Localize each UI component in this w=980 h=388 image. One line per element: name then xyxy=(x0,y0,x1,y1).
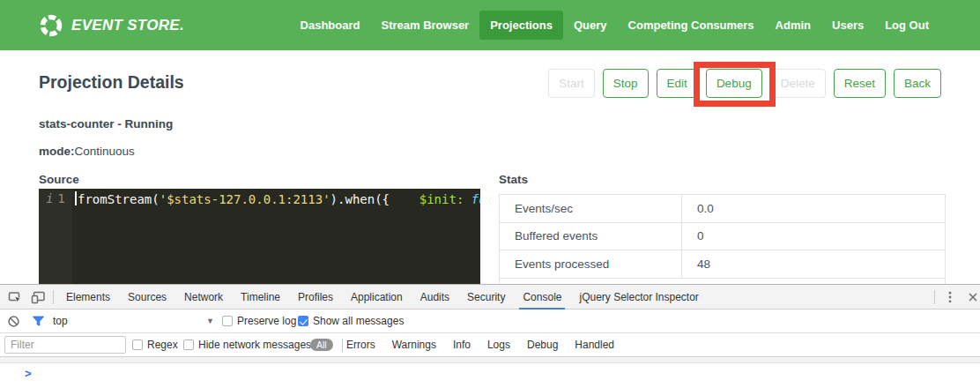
show-all-messages-checkbox[interactable]: Show all messages xyxy=(298,310,404,332)
nav-item-admin[interactable]: Admin xyxy=(765,11,821,40)
mode-value: Continuous xyxy=(75,145,135,158)
clear-console-icon[interactable] xyxy=(7,310,20,332)
console-filter-input[interactable] xyxy=(4,336,126,354)
console-filter-info[interactable]: Info xyxy=(453,339,471,351)
code-segment-string: '$stats-127.0.0.1:2113' xyxy=(160,192,330,206)
tabbar-right-divider xyxy=(934,290,935,304)
reset-button[interactable]: Reset xyxy=(834,69,886,98)
filterbar-divider xyxy=(342,339,343,352)
code-segment-plain xyxy=(390,192,419,206)
eventstore-logo-icon xyxy=(39,13,63,38)
page-title: Projection Details xyxy=(39,72,184,93)
projection-status: stats-counter - Running xyxy=(39,117,173,131)
checkbox-box[interactable] xyxy=(183,340,194,350)
stats-row-events-processed: Events processed48 xyxy=(500,250,945,279)
devtools-tab-application[interactable]: Application xyxy=(342,285,412,309)
regex-checkbox[interactable]: Regex xyxy=(132,333,178,356)
console-filter-logs[interactable]: Logs xyxy=(487,339,510,351)
delete-button: Delete xyxy=(770,69,826,98)
nav-item-competing-consumers[interactable]: Competing Consumers xyxy=(618,11,765,40)
brand[interactable]: EVENT STORE. xyxy=(39,13,184,38)
stats-row-buffered-events: Buffered events0 xyxy=(500,223,945,251)
checkbox-box[interactable] xyxy=(298,316,308,326)
filter-level-all[interactable]: All xyxy=(310,333,333,356)
edit-button[interactable]: Edit xyxy=(657,69,698,98)
code-segment-plain: fromStream( xyxy=(78,192,160,206)
debug-button[interactable]: Debug xyxy=(706,69,762,98)
nav-items: DashboardStream BrowserProjectionsQueryC… xyxy=(290,11,939,40)
devtools-tab-elements[interactable]: Elements xyxy=(57,285,119,309)
stop-button-wrap: Stop xyxy=(603,69,649,98)
tabbar-right-controls xyxy=(931,285,980,309)
stats-label: Buffered events xyxy=(500,223,682,250)
chevron-down-icon[interactable]: ▼ xyxy=(206,310,214,332)
regex-label: Regex xyxy=(147,339,178,351)
console-filter-debug[interactable]: Debug xyxy=(527,339,558,351)
console-prompt-chevron[interactable]: > xyxy=(25,367,32,380)
console-filter-handled[interactable]: Handled xyxy=(575,339,614,351)
code-line: fromStream('$stats-127.0.0.1:2113').when… xyxy=(78,191,480,207)
start-button-wrap: Start xyxy=(548,69,595,98)
devtools-tab-console[interactable]: Console xyxy=(514,285,570,309)
brand-name: EVENT STORE. xyxy=(71,17,184,34)
back-button[interactable]: Back xyxy=(894,69,941,98)
device-toolbar-icon[interactable] xyxy=(26,285,49,309)
debug-button-wrap: Debug xyxy=(706,69,762,98)
console-filterbar: Regex Hide network messages All ErrorsWa… xyxy=(0,333,980,357)
console-filter-errors[interactable]: Errors xyxy=(346,339,375,351)
inspect-element-icon[interactable] xyxy=(4,285,26,309)
devtools-tab-network[interactable]: Network xyxy=(175,285,232,309)
delete-button-wrap: Delete xyxy=(770,69,826,98)
stats-value: 48 xyxy=(682,250,710,278)
console-output-area[interactable]: > xyxy=(0,363,980,388)
nav-item-users[interactable]: Users xyxy=(821,11,874,40)
devtools-tab-timeline[interactable]: Timeline xyxy=(232,285,289,309)
devtools-tab-jquery-selector-inspector[interactable]: jQuery Selector Inspector xyxy=(570,285,707,309)
devtools-tab-security[interactable]: Security xyxy=(458,285,514,309)
reset-button-wrap: Reset xyxy=(834,69,886,98)
edit-button-wrap: Edit xyxy=(657,69,698,98)
stats-heading: Stats xyxy=(499,173,528,186)
devtools-tab-profiles[interactable]: Profiles xyxy=(289,285,342,309)
stats-table: Events/sec0.0Buffered events0Events proc… xyxy=(499,194,946,289)
devtools-close-icon[interactable] xyxy=(961,285,980,309)
code-segment-keyword: $init: xyxy=(419,192,464,206)
code-segment-plain xyxy=(464,192,471,206)
nav-item-stream-browser[interactable]: Stream Browser xyxy=(370,11,479,40)
nav-item-query[interactable]: Query xyxy=(563,11,618,40)
console-toolbar: top ▼ Preserve log Show all messages xyxy=(0,310,980,333)
action-buttons: StartStopEditDebugDeleteResetBack xyxy=(548,69,941,98)
mode-label: mode: xyxy=(39,145,75,158)
back-button-wrap: Back xyxy=(894,69,941,98)
show-all-messages-label: Show all messages xyxy=(313,315,404,327)
stats-label: Events/sec xyxy=(500,195,682,222)
stop-button[interactable]: Stop xyxy=(603,69,649,98)
preserve-log-label: Preserve log xyxy=(237,315,296,327)
devtools-tabs: ElementsSourcesNetworkTimelineProfilesAp… xyxy=(57,285,708,309)
filter-icon[interactable] xyxy=(32,310,45,332)
nav-item-projections[interactable]: Projections xyxy=(479,11,563,40)
navbar: EVENT STORE. DashboardStream BrowserProj… xyxy=(0,0,980,50)
frame-selector[interactable]: top xyxy=(53,310,68,332)
hide-network-checkbox[interactable]: Hide network messages xyxy=(183,333,311,356)
code-segment-type: fu xyxy=(471,192,480,206)
nav-item-log-out[interactable]: Log Out xyxy=(874,11,939,40)
hide-network-label: Hide network messages xyxy=(198,339,311,351)
console-separator-strip xyxy=(0,357,980,363)
stats-value: 0 xyxy=(682,223,704,250)
devtools-tab-sources[interactable]: Sources xyxy=(119,285,175,309)
tabbar-divider xyxy=(53,290,54,304)
start-button: Start xyxy=(548,69,595,98)
preserve-log-checkbox[interactable]: Preserve log xyxy=(222,310,296,332)
checkbox-box[interactable] xyxy=(132,340,143,350)
devtools-panel: ElementsSourcesNetworkTimelineProfilesAp… xyxy=(0,284,980,388)
nav-item-dashboard[interactable]: Dashboard xyxy=(290,11,371,40)
stats-label: Events processed xyxy=(500,250,682,278)
code-segment-plain: ).when({ xyxy=(330,192,390,206)
stats-value: 0.0 xyxy=(682,195,714,222)
source-heading: Source xyxy=(39,173,79,186)
console-filter-warnings[interactable]: Warnings xyxy=(392,339,436,351)
devtools-tab-audits[interactable]: Audits xyxy=(412,285,458,309)
devtools-menu-icon[interactable] xyxy=(939,285,961,309)
checkbox-box[interactable] xyxy=(222,316,233,326)
